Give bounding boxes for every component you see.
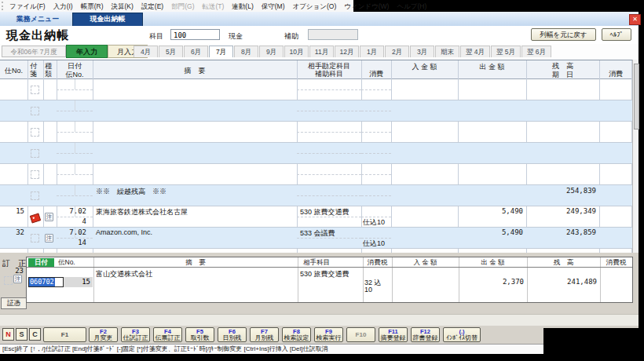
month-tab-2[interactable]: 2月: [385, 46, 409, 57]
f5-button[interactable]: F5 取引数: [185, 327, 214, 342]
sub-account-input[interactable]: [308, 29, 358, 40]
edit-header-summary: 摘 要: [93, 258, 298, 268]
tab-cashbook[interactable]: 現金出納帳: [72, 13, 143, 26]
menu-report[interactable]: 帳票(R): [77, 1, 108, 12]
tab-business-menu[interactable]: 業務メニュー: [3, 13, 72, 25]
col-header-tax2: 消費: [599, 69, 632, 79]
s-button[interactable]: S: [16, 328, 27, 341]
edit-header-tax2: 消費税: [600, 258, 632, 268]
grid-row-carryover[interactable]: ※※ 繰越残高 ※※ 254,839: [0, 185, 632, 206]
month-tab-10[interactable]: 10月: [284, 46, 309, 57]
grid-row-entry[interactable]: 32 注 7.02 14 Amazon.com, Inc. 533 会議費 仕込…: [0, 228, 632, 249]
sub-account-label: 補助: [284, 31, 298, 42]
month-tab-next-5[interactable]: 翌 5月: [491, 46, 521, 57]
f8-button[interactable]: F8 検索設定: [282, 327, 311, 342]
menu-grip-icon: [2, 2, 3, 10]
menu-file[interactable]: ファイル(F): [5, 1, 49, 12]
col-header-tax: 消費: [361, 69, 391, 79]
entry-amount-out: 5,490: [458, 207, 523, 215]
grid-header: 仕No. 付箋 種類 日付 伝No. 摘 要 相手勘定科目 補助科目 消費 入 …: [0, 60, 632, 79]
edit-date-input[interactable]: 060702: [28, 277, 64, 287]
account-code-input[interactable]: 100: [170, 29, 220, 40]
entry-account: 533 会議費: [300, 228, 335, 239]
entry-slip-no: 14: [57, 239, 86, 246]
fusen-flag-icon[interactable]: [30, 213, 42, 223]
grid-row-empty[interactable]: [0, 164, 632, 185]
col-header-amount-in: 入 金 額: [391, 62, 458, 72]
edit-amount-out-field[interactable]: 2,370: [459, 278, 524, 286]
n-button[interactable]: N: [2, 328, 14, 341]
menu-link[interactable]: 連動(L): [228, 1, 257, 12]
month-tab-3[interactable]: 3月: [410, 46, 434, 57]
f12-label: 辞書登録: [412, 335, 439, 341]
menu-settlement[interactable]: 決算(K): [108, 1, 137, 12]
f2-button[interactable]: F2 月変更: [89, 327, 118, 342]
edit-header-slip: 伝No.: [58, 258, 75, 268]
edit-summary-field[interactable]: 富山交通株式会社: [96, 269, 152, 279]
menu-options[interactable]: オプション(O): [288, 1, 340, 12]
month-tab-12[interactable]: 12月: [335, 46, 359, 57]
month-tab-next-4[interactable]: 翌 4月: [460, 46, 490, 57]
f1-button[interactable]: F1: [43, 327, 86, 342]
grid-row-empty[interactable]: [0, 79, 632, 100]
month-tab-9[interactable]: 9月: [259, 46, 284, 57]
menu-input[interactable]: 入力(I): [49, 1, 77, 12]
grid-row-empty[interactable]: [0, 122, 632, 143]
menu-bar: ファイル(F) 入力(I) 帳票(R) 決算(K) 設定(E) 部門(G) 転送…: [0, 0, 353, 13]
f6-button[interactable]: F6 日別残: [218, 327, 247, 342]
month-tab-kimatsu[interactable]: 期末: [435, 46, 459, 57]
entry-tax: 仕込10: [363, 239, 385, 249]
scrollbar-thumb[interactable]: [634, 64, 639, 129]
month-tab-7[interactable]: 7月: [209, 46, 233, 57]
close-icon[interactable]: ✕: [629, 14, 641, 25]
month-tab-11[interactable]: 11月: [309, 46, 334, 57]
month-tab-6[interactable]: 6月: [184, 46, 208, 57]
edit-date-value: 060702: [29, 278, 55, 286]
f8-label: 検索設定: [283, 335, 310, 341]
month-tab-4[interactable]: 4月: [134, 46, 158, 57]
f7-button[interactable]: F7 月別残: [250, 327, 279, 342]
evidence-tab[interactable]: 証憑: [1, 297, 27, 309]
month-tab-8[interactable]: 8月: [234, 46, 258, 57]
cashbook-grid: 仕No. 付箋 種類 日付 伝No. 摘 要 相手勘定科目 補助科目 消費 入 …: [0, 60, 632, 253]
month-tab-5[interactable]: 5月: [159, 46, 183, 57]
f11-button[interactable]: F11 摘要登録: [379, 327, 408, 342]
f4-label: 伝票訂正: [154, 335, 181, 341]
note-icon[interactable]: 注: [45, 213, 53, 221]
entry-no: 15: [0, 207, 24, 215]
grid-row-empty[interactable]: [0, 143, 632, 164]
note-icon[interactable]: 注: [45, 234, 53, 242]
edit-header: 日付 伝No. 摘 要 相手科目 消費税 入 金 額 出 金 額 残 高 消費税: [27, 257, 632, 268]
month-tab-next-6[interactable]: 翌 6月: [521, 46, 551, 57]
note-icon[interactable]: 注: [13, 275, 22, 283]
menu-help[interactable]: ヘルプ(H): [393, 1, 430, 12]
edit-slip-field[interactable]: 15: [64, 277, 93, 287]
grid-row-empty[interactable]: [0, 100, 632, 122]
col-header-fusen: 付箋: [30, 62, 41, 78]
f4-button[interactable]: F4 伝票訂正: [153, 327, 182, 342]
status-bar: [Esc]終了 [↑，/]仕訳訂正 [End]付箋ﾎﾞｰﾄﾞ [-]固定 [*]…: [0, 344, 543, 354]
month-tab-1[interactable]: 1月: [360, 46, 384, 57]
edit-balance-field: 241,489: [527, 278, 597, 286]
invoice-label: ｲﾝﾎﾞｲｽ切替: [444, 335, 480, 341]
f3-button[interactable]: F3 仕訳訂正: [121, 327, 150, 342]
reset-column-width-button[interactable]: 列幅を元に戻す: [531, 28, 596, 41]
f9-button[interactable]: F9 検索実行: [314, 327, 343, 342]
fusen-placeholder-icon: [31, 149, 39, 158]
edit-account-field[interactable]: 530 旅費交通費: [300, 269, 349, 279]
menu-window[interactable]: ウィンドウ(W): [340, 1, 393, 12]
edit-header-date: 日付: [28, 258, 54, 267]
vertical-scrollbar[interactable]: [632, 60, 639, 253]
edit-scroll-strip: [0, 314, 639, 326]
f12-button[interactable]: F12 辞書登録: [411, 327, 440, 342]
c-button[interactable]: C: [29, 328, 41, 341]
year-entry-button[interactable]: 年入力: [66, 45, 108, 58]
function-key-bar: N S C F1 F2 月変更 F3 仕訳訂正 F4 伝票訂正 F5 取引数 F…: [0, 326, 543, 344]
invoice-toggle-button[interactable]: (.) ｲﾝﾎﾞｲｽ切替: [443, 327, 481, 342]
menu-settings[interactable]: 設定(E): [137, 1, 167, 12]
entry-slip-no: 4: [57, 217, 86, 225]
menu-maintenance[interactable]: 保守(M): [258, 1, 289, 12]
grid-row-entry[interactable]: 15 注 7.02 4 東海旅客鉄道株式会社名古屋 530 旅費交通費 仕込10…: [0, 206, 632, 228]
help-button[interactable]: ﾍﾙﾌﾟ: [602, 28, 631, 41]
period-label: 令和06年 7月度: [2, 46, 66, 57]
